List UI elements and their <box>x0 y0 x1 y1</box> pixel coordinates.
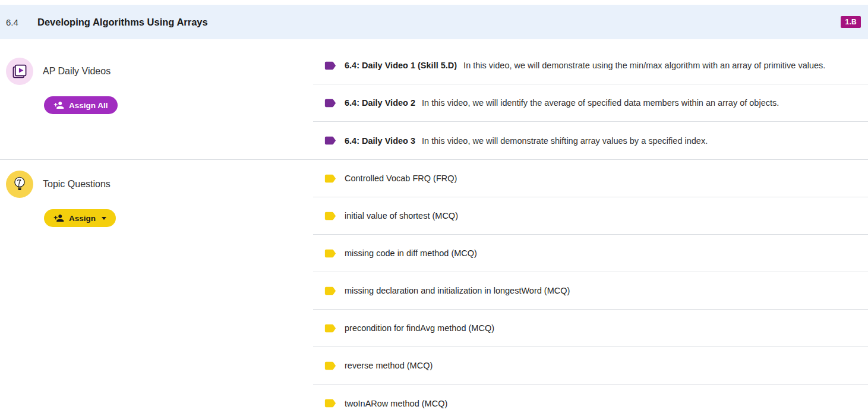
question-title[interactable]: twoInARow method (MCQ) <box>345 399 447 408</box>
label-icon <box>323 209 337 223</box>
question-title[interactable]: missing code in diff method (MCQ) <box>345 248 477 258</box>
lightbulb-icon <box>6 171 33 198</box>
label-icon <box>323 59 337 73</box>
questions-section-title: Topic Questions <box>43 179 111 190</box>
label-icon <box>323 322 337 335</box>
page-title: Developing Algorithms Using Arrays <box>37 17 841 28</box>
video-rows: 6.4: Daily Video 1 (Skill 5.D) In this v… <box>313 39 868 159</box>
question-title[interactable]: reverse method (MCQ) <box>345 361 433 370</box>
question-row[interactable]: Controlled Vocab FRQ (FRQ) <box>313 160 868 197</box>
question-title[interactable]: missing declaration and initialization i… <box>345 286 570 295</box>
label-icon <box>323 359 337 373</box>
video-title[interactable]: 6.4: Daily Video 3 <box>345 136 415 146</box>
questions-left-column: Topic Questions Assign <box>0 160 313 419</box>
video-description: In this video, we will demonstrate shift… <box>422 136 708 146</box>
video-description: In this video, we will identify the aver… <box>422 98 779 108</box>
topic-page: 6.4 Developing Algorithms Using Arrays 1… <box>0 0 868 419</box>
person-add-icon <box>53 100 64 111</box>
assign-all-button[interactable]: Assign All <box>44 96 118 114</box>
person-add-icon <box>53 213 64 223</box>
question-row[interactable]: reverse method (MCQ) <box>313 347 868 385</box>
label-icon <box>323 96 337 110</box>
question-row[interactable]: initial value of shortest (MCQ) <box>313 197 868 235</box>
label-icon <box>323 247 337 260</box>
label-icon <box>323 396 337 410</box>
topic-header: 6.4 Developing Algorithms Using Arrays 1… <box>0 5 868 39</box>
question-row[interactable]: missing code in diff method (MCQ) <box>313 235 868 272</box>
video-title[interactable]: 6.4: Daily Video 1 (Skill 5.D) <box>345 61 457 70</box>
video-title[interactable]: 6.4: Daily Video 2 <box>345 98 415 108</box>
question-row[interactable]: missing declaration and initialization i… <box>313 272 868 310</box>
question-title[interactable]: initial value of shortest (MCQ) <box>345 211 458 220</box>
assign-button[interactable]: Assign <box>44 209 116 227</box>
section-topic-questions: Topic Questions Assign Controlled Vocab … <box>0 160 868 419</box>
label-icon <box>323 284 337 298</box>
question-row[interactable]: twoInARow method (MCQ) <box>313 385 868 419</box>
video-row[interactable]: 6.4: Daily Video 1 (Skill 5.D) In this v… <box>313 47 868 84</box>
video-play-icon <box>6 58 33 85</box>
questions-section-header: Topic Questions <box>6 171 313 198</box>
section-ap-daily-videos: AP Daily Videos Assign All 6.4: Daily Vi… <box>0 39 868 160</box>
videos-section-title: AP Daily Videos <box>43 66 111 77</box>
videos-left-column: AP Daily Videos Assign All <box>0 39 313 159</box>
video-row[interactable]: 6.4: Daily Video 3 In this video, we wil… <box>313 122 868 159</box>
skill-badge: 1.B <box>841 16 861 28</box>
question-title[interactable]: precondition for findAvg method (MCQ) <box>345 323 494 333</box>
question-rows: Controlled Vocab FRQ (FRQ) initial value… <box>313 160 868 419</box>
question-row[interactable]: precondition for findAvg method (MCQ) <box>313 310 868 347</box>
label-icon <box>323 134 337 147</box>
assign-label: Assign <box>69 214 96 223</box>
label-icon <box>323 172 337 185</box>
video-row[interactable]: 6.4: Daily Video 2 In this video, we wil… <box>313 84 868 122</box>
question-title[interactable]: Controlled Vocab FRQ (FRQ) <box>345 174 457 183</box>
topic-number: 6.4 <box>6 17 37 27</box>
chevron-down-icon <box>102 217 106 220</box>
video-description: In this video, we will demonstrate using… <box>463 61 825 70</box>
assign-all-label: Assign All <box>69 101 108 110</box>
videos-section-header: AP Daily Videos <box>6 58 313 85</box>
